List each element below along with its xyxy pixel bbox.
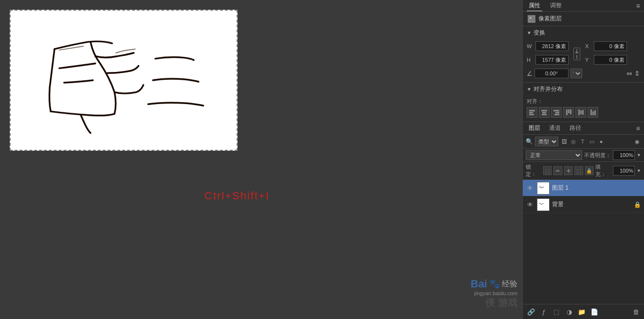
search-icon: 🔍 [526, 138, 533, 145]
lock-label: 锁定： [526, 163, 541, 178]
angle-row: ∠ ° ⇔ ⇕ [527, 69, 640, 78]
opacity-label: 不透明度： [584, 152, 611, 159]
lock-pixels-btn[interactable]: ⬚ [543, 166, 552, 175]
xy-group: X Y [585, 41, 627, 67]
y-label: Y [585, 57, 592, 63]
angle-dropdown[interactable]: ° [570, 69, 582, 78]
lock-move-btn[interactable]: ✛ [564, 166, 572, 175]
width-input[interactable] [535, 41, 569, 51]
tab-adjustments[interactable]: 调整 [548, 0, 564, 11]
y-input[interactable] [594, 55, 627, 65]
transform-header[interactable]: ▼ 变换 [523, 26, 644, 39]
svg-rect-16 [582, 110, 584, 115]
layer-name: 图层 1 [552, 184, 641, 192]
svg-rect-19 [594, 110, 596, 115]
svg-rect-6 [542, 112, 546, 113]
align-center-h-btn[interactable] [539, 107, 550, 118]
x-row: X [585, 41, 627, 51]
layer-eye-icon[interactable]: 👁 [526, 200, 534, 209]
panel-menu-icon[interactable]: ≡ [636, 2, 640, 10]
align-bottom-btn[interactable] [588, 107, 598, 118]
pixel-layer-label: 像素图层 [538, 15, 562, 23]
align-middle-btn[interactable] [575, 107, 586, 118]
transform-body: W H [523, 39, 644, 82]
link-icon[interactable] [573, 48, 580, 60]
blend-row: 正常 不透明度： ▼ [523, 149, 644, 162]
layer-thumb-inner [537, 199, 549, 211]
layer-thumbnail [537, 198, 550, 211]
y-row: Y [585, 55, 627, 65]
align-top-btn[interactable] [563, 107, 574, 118]
filter-adjust-icon[interactable]: ◎ [570, 138, 577, 145]
opacity-input[interactable] [613, 150, 635, 160]
tab-properties[interactable]: 属性 [527, 0, 542, 11]
add-adjustment-btn[interactable]: ◑ [564, 306, 574, 317]
filter-image-icon[interactable]: 🖼 [560, 138, 568, 145]
add-group-btn[interactable]: 📁 [576, 306, 587, 317]
angle-input[interactable] [534, 69, 569, 78]
tab-channels[interactable]: 通道 [547, 123, 563, 133]
panel-tab-group: 属性 调整 [527, 0, 564, 11]
flip-v-icon[interactable]: ⇕ [634, 70, 640, 77]
filter-text-icon[interactable]: T [579, 138, 587, 145]
add-style-btn[interactable]: ƒ [538, 306, 549, 317]
align-right-btn[interactable] [551, 107, 562, 118]
canvas-container [10, 10, 238, 151]
svg-rect-4 [529, 114, 534, 115]
transform-title: 变换 [534, 29, 545, 37]
svg-rect-14 [578, 109, 580, 115]
lock-artboard-btn[interactable]: ⬚ [574, 166, 583, 175]
opacity-dropdown-arrow[interactable]: ▼ [637, 153, 641, 158]
layer-item[interactable]: 👁 图层 1 [523, 180, 644, 196]
svg-rect-21 [537, 200, 549, 210]
layer-type-select[interactable]: 类型 [535, 137, 558, 146]
panel-tabs: 属性 调整 ≡ [523, 0, 644, 12]
svg-rect-5 [541, 110, 547, 111]
layer-eye-icon[interactable]: 👁 [526, 184, 534, 193]
lock-all-btn[interactable]: 🔒 [585, 166, 593, 175]
layer-lock-icon: 🔒 [634, 201, 641, 208]
add-layer-btn[interactable]: 📄 [589, 306, 600, 317]
align-left-btn[interactable] [527, 107, 537, 118]
height-row: H [527, 55, 569, 65]
delete-layer-btn[interactable]: 🗑 [630, 306, 641, 317]
align-header[interactable]: ▼ 对齐并分布 [523, 83, 644, 96]
filter-smart-icon[interactable]: ● [597, 138, 605, 145]
svg-rect-2 [529, 110, 535, 111]
transform-section: ▼ 变换 W H [523, 26, 644, 83]
filter-toggle-icon[interactable]: ◉ [633, 138, 641, 145]
blend-mode-select[interactable]: 正常 [526, 150, 582, 160]
fill-dropdown-arrow[interactable]: ▼ [637, 168, 641, 173]
layers-menu-icon[interactable]: ≡ [636, 124, 640, 132]
align-section: ▼ 对齐并分布 对齐： [523, 83, 644, 122]
tab-layers[interactable]: 图层 [527, 123, 542, 133]
layer-item[interactable]: 👁 背景 🔒 [523, 196, 644, 213]
layer-thumb-inner [537, 182, 549, 194]
svg-rect-15 [580, 110, 582, 114]
filter-shape-icon[interactable]: ▭ [588, 138, 596, 145]
flip-h-icon[interactable]: ⇔ [626, 70, 632, 77]
canvas-signature [11, 11, 237, 150]
height-input[interactable] [535, 55, 569, 65]
lock-paint-btn[interactable]: ✏ [553, 166, 562, 175]
add-mask-btn[interactable]: ⬚ [551, 306, 562, 317]
tab-paths[interactable]: 路径 [568, 123, 583, 133]
layers-tabs: 图层 通道 路径 ≡ [523, 122, 644, 135]
layer-filter-controls: 🔍 类型 🖼 ◎ T ▭ ● ◉ [523, 135, 644, 149]
link-icon-container [573, 48, 580, 60]
filter-icons: 🖼 ◎ T ▭ ● [560, 138, 605, 145]
fill-input[interactable] [613, 166, 635, 176]
svg-rect-20 [537, 183, 549, 193]
link-layers-btn[interactable]: 🔗 [526, 306, 536, 317]
align-arrow-icon: ▼ [527, 87, 532, 92]
watermark-url: jingyan.baidu.com [474, 290, 517, 296]
x-label: X [585, 43, 592, 49]
align-label: 对齐： [527, 98, 543, 105]
watermark-baidu: Bai 🐾 经验 [471, 278, 517, 290]
x-input[interactable] [594, 41, 627, 51]
watermark-game: 侠 游戏 [485, 296, 517, 309]
shortcut-text: Ctrl+Shift+I [204, 190, 270, 202]
svg-rect-3 [529, 112, 533, 113]
lock-row: 锁定： ⬚ ✏ ✛ ⬚ 🔒 填充： ▼ [523, 162, 644, 180]
pixel-layer-section: 像素图层 [523, 12, 644, 26]
